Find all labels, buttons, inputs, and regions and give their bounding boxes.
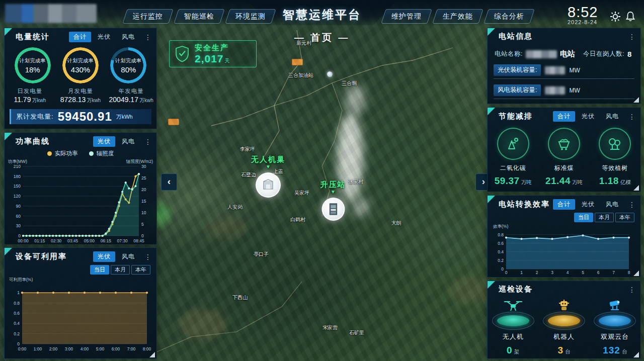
safety-label: 安全生产 [195, 43, 229, 52]
kebab-menu-icon[interactable]: ⋮ [144, 254, 151, 260]
marker-arrow-icon: ▼ [320, 190, 346, 195]
company-logo [5, 4, 97, 23]
svg-text:06:15: 06:15 [101, 238, 112, 243]
svg-text:6:00: 6:00 [112, 346, 120, 351]
saving-label: 二氧化碳 [488, 164, 538, 172]
tab-wind[interactable]: 风电 [117, 32, 139, 42]
nav-tab-analysis[interactable]: 综合分析 [484, 9, 534, 24]
tab-total[interactable]: 合计 [553, 111, 575, 122]
panel-expand-handle[interactable] [149, 352, 155, 357]
tab-wind[interactable]: 风电 [117, 251, 139, 262]
wind-capacity-redacted [545, 86, 565, 95]
svg-text:0: 0 [17, 341, 20, 346]
kebab-menu-icon[interactable]: ⋮ [144, 139, 151, 145]
svg-text:07:30: 07:30 [117, 238, 128, 243]
panel-corner-accent [488, 196, 495, 203]
gauge-label: 计划完成率 [115, 57, 142, 64]
subtab-today[interactable]: 当日 [90, 265, 109, 275]
tab-solar[interactable]: 光伏 [93, 136, 115, 147]
subtab-month[interactable]: 本月 [595, 213, 614, 222]
tab-total[interactable]: 合计 [553, 199, 575, 210]
nav-tab-environment-monitor[interactable]: 环境监测 [225, 9, 276, 24]
stat-unit: 万kwh [87, 98, 101, 103]
svg-text:150: 150 [14, 184, 21, 189]
device-ptz-camera[interactable]: 双观云台 132台 [590, 299, 640, 356]
tab-solar[interactable]: 光伏 [577, 199, 599, 210]
cloud [345, 84, 365, 115]
tab-wind[interactable]: 风电 [117, 136, 139, 147]
nav-tab-smart-inspection[interactable]: 智能巡检 [174, 9, 224, 24]
gauge-value: 430% [71, 65, 90, 74]
svg-text:90: 90 [16, 204, 21, 209]
marker-booster-station[interactable]: 升压站 ▼ [320, 180, 346, 221]
road-badge [292, 59, 303, 65]
svg-text:0.8: 0.8 [14, 301, 20, 306]
gauge-label: 计划完成率 [19, 57, 46, 64]
panel-expand-handle[interactable] [633, 352, 639, 357]
svg-text:0.4: 0.4 [14, 321, 20, 326]
panel-expand-handle[interactable] [633, 97, 639, 103]
saving-value: 21.44 [545, 175, 571, 186]
device-drone[interactable]: 无人机 0架 [488, 299, 538, 356]
kebab-menu-icon[interactable]: ⋮ [628, 287, 635, 293]
tab-solar[interactable]: 光伏 [93, 251, 115, 262]
panel-expand-handle[interactable] [633, 185, 639, 191]
stat-yearly-energy: 年发电量 20049.17万kwh [106, 87, 156, 104]
pedestal [599, 315, 631, 326]
gauge-value: 80% [121, 65, 136, 74]
kebab-menu-icon[interactable]: ⋮ [628, 202, 635, 208]
svg-text:30: 30 [141, 164, 146, 169]
panel-title: 巡检设备 [499, 285, 533, 294]
bell-icon[interactable] [625, 11, 636, 22]
tab-solar[interactable]: 光伏 [577, 111, 599, 122]
svg-text:2:00: 2:00 [49, 346, 58, 351]
marker-drone-nest[interactable]: 无人机巢 ▼ [251, 155, 285, 198]
map-place-label: 张家村 [348, 178, 363, 186]
svg-text:7:00: 7:00 [127, 346, 136, 351]
subtab-year[interactable]: 本年 [131, 265, 150, 275]
marker-label: 无人机巢 [251, 155, 285, 164]
svg-text:5: 5 [582, 270, 584, 275]
wind-capacity-unit: MW [569, 87, 580, 94]
saving-unit: 万吨 [521, 179, 532, 185]
svg-text:0: 0 [18, 233, 21, 238]
nav-tab-operation-monitor[interactable]: 运行监控 [122, 9, 173, 24]
map-place-label: 三合加油站 [288, 72, 313, 79]
gear-icon[interactable] [610, 11, 621, 22]
nav-tab-production[interactable]: 生产效能 [432, 9, 483, 24]
panel-energy-stats: 电量统计 合计 光伏 风电 ⋮ 计划完成率 18% 计划完成率 430% 计划完… [4, 28, 157, 129]
nav-tab-maintenance[interactable]: 维护管理 [381, 9, 432, 24]
energy-stats-row: 日发电量 11.79万kwh 月发电量 8728.13万kwh 年发电量 200… [5, 83, 156, 104]
map-place-label: 石矿里 [349, 329, 364, 336]
panel-station-info: 电站信息 ⋮ 电站名称: 电站 今日在岗人数: 8 光伏装机容量: MW 风电装… [487, 28, 641, 104]
tab-solar[interactable]: 光伏 [93, 32, 115, 42]
panel-title: 电量统计 [16, 32, 50, 42]
subtab-year[interactable]: 本年 [615, 213, 634, 222]
kebab-menu-icon[interactable]: ⋮ [144, 34, 151, 40]
efficiency-chart: 00.20.40.60.8效率(%)012345678 [492, 223, 636, 276]
svg-text:5:00: 5:00 [96, 346, 105, 351]
saving-label: 等效植树 [590, 164, 640, 172]
panel-expand-handle[interactable] [633, 270, 639, 276]
tab-wind[interactable]: 风电 [601, 199, 623, 210]
safety-days-unit: 天 [225, 58, 230, 63]
cumulative-label: 累计发电量: [16, 112, 54, 121]
subtab-month[interactable]: 本月 [111, 265, 130, 275]
map-place-label: 白鹤村 [290, 216, 305, 223]
coal-cart-icon [548, 128, 580, 160]
station-name-suffix: 电站 [560, 49, 575, 59]
legend-label: 实际功率 [55, 150, 78, 157]
kebab-menu-icon[interactable]: ⋮ [628, 34, 635, 40]
stat-unit: 万kwh [139, 98, 153, 103]
cloud [352, 197, 369, 217]
subtab-today[interactable]: 当日 [574, 213, 593, 222]
kebab-menu-icon[interactable]: ⋮ [628, 114, 635, 120]
tab-total[interactable]: 合计 [69, 32, 91, 42]
device-robot[interactable]: 机器人 3台 [539, 299, 589, 356]
svg-text:00:00: 00:00 [18, 238, 29, 243]
collapse-left-panel-button[interactable]: ‹ [161, 173, 177, 191]
tab-wind[interactable]: 风电 [601, 111, 623, 122]
power-curve-chart: 0306090120150180210051015202530辐照度(W/m2)… [7, 158, 154, 244]
shield-icon [175, 45, 190, 62]
drone-icon [502, 299, 524, 312]
